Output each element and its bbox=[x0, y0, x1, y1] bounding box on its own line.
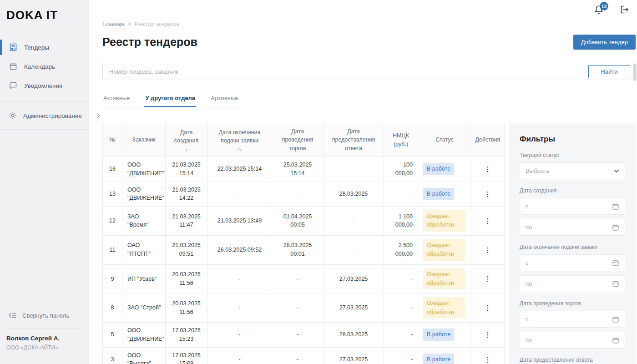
divider bbox=[0, 129, 89, 130]
column-header-label: Заказчик bbox=[126, 136, 162, 144]
chat-icon bbox=[9, 81, 18, 90]
row-actions-button[interactable]: ⋮ bbox=[482, 354, 494, 364]
sidebar-nav: Тендеры Календарь Уведомления bbox=[0, 32, 89, 95]
row-actions-button[interactable]: ⋮ bbox=[482, 329, 494, 340]
row-actions-button[interactable]: ⋮ bbox=[482, 164, 494, 174]
cell-auction: - bbox=[272, 182, 324, 207]
filter-date-input-from[interactable]: с bbox=[520, 254, 625, 271]
row-actions-button[interactable]: ⋮ bbox=[482, 245, 494, 255]
column-header-label: Дата проведения торгов bbox=[276, 127, 319, 152]
tab-0[interactable]: Активные bbox=[102, 92, 131, 107]
cell-auction: - bbox=[272, 323, 324, 348]
cell-status: Ожидает обработки bbox=[418, 207, 471, 236]
sidebar-item-tenders[interactable]: Тендеры bbox=[0, 38, 89, 57]
sidebar-item-calendar[interactable]: Календарь bbox=[0, 57, 89, 76]
filter-date-input-to[interactable]: по bbox=[520, 332, 625, 349]
column-header: Действия bbox=[471, 123, 505, 157]
column-header: Дата проведения торгов bbox=[272, 123, 324, 157]
user-name: Волков Сергей А. bbox=[6, 335, 89, 342]
cell-num: 12 bbox=[103, 207, 122, 236]
search-button[interactable]: Найти bbox=[588, 65, 630, 78]
filter-date-input-to[interactable]: по bbox=[520, 219, 625, 236]
cell-auction: 28.03.2025 00:01 bbox=[272, 235, 324, 264]
cell-customer: ООО "ДВИЖЕНИЕ" bbox=[122, 157, 166, 182]
column-header-label: Дата окончания подачи заявки bbox=[211, 128, 268, 145]
cell-response: - bbox=[324, 157, 384, 182]
breadcrumb-home[interactable]: Главная bbox=[102, 21, 124, 27]
filter-date-input-from[interactable]: с bbox=[520, 198, 625, 215]
cell-auction: - bbox=[272, 347, 324, 364]
table-body: 16ООО "ДВИЖЕНИЕ"21.03.2025 15:1422.03.20… bbox=[103, 157, 505, 364]
breadcrumb-separator: > bbox=[128, 21, 131, 27]
cell-customer: ООО "ДВИЖЕНИЕ" bbox=[122, 323, 166, 348]
page-title: Реестр тендеров bbox=[102, 35, 197, 49]
filter-date-input-from[interactable]: с bbox=[520, 311, 625, 328]
tab-2[interactable]: Архивные bbox=[210, 92, 239, 107]
cell-deadline: - bbox=[207, 293, 272, 323]
filter-label: Дата проведения торгов bbox=[520, 300, 625, 307]
cell-status: Ожидает обработки bbox=[418, 235, 471, 264]
title-row: Реестр тендеров Добавить тендер bbox=[102, 35, 636, 50]
tenders-table: №ЗаказчикДата создания↓Дата окончания по… bbox=[102, 123, 505, 364]
filters-groups: Текущий статусВыбратьДата созданияспоДат… bbox=[520, 152, 625, 364]
app-root: DOKA IT Тендеры bbox=[0, 0, 637, 364]
calendar-small-icon[interactable] bbox=[612, 203, 619, 210]
scrollbar-thumb[interactable] bbox=[633, 64, 637, 81]
filter-label: Дата создания bbox=[520, 187, 625, 194]
notifications-button[interactable]: 13 bbox=[594, 5, 604, 15]
calendar-small-icon[interactable] bbox=[612, 224, 619, 231]
column-header-label: НМЦК (руб.) bbox=[388, 131, 414, 148]
gear-icon bbox=[9, 111, 17, 120]
row-actions-button[interactable]: ⋮ bbox=[482, 216, 494, 226]
table-row: 13ООО "ДВИЖЕНИЕ"21.03.2025 14:22--28.03.… bbox=[103, 182, 505, 207]
tab-1[interactable]: У другого отдела bbox=[144, 92, 196, 107]
status-badge: В работе bbox=[423, 354, 454, 364]
sort-icon[interactable]: ↑↓ bbox=[211, 146, 268, 152]
table-header: №ЗаказчикДата создания↓Дата окончания по… bbox=[103, 123, 505, 157]
filter-date-input-to[interactable]: по bbox=[520, 275, 625, 292]
column-header[interactable]: Дата окончания подачи заявки↑↓ bbox=[207, 123, 272, 157]
filter-status-select[interactable]: Выбрать bbox=[520, 162, 625, 179]
row-actions-button[interactable]: ⋮ bbox=[482, 273, 494, 284]
table-row: 11ОАО "ПТСПТ"21.03.2025 09:5126.03.2025 … bbox=[103, 235, 505, 264]
table-row: 8ЗАО "Строй"20.03.2025 11:56--27.03.2025… bbox=[103, 293, 505, 323]
calendar-small-icon[interactable] bbox=[612, 316, 619, 323]
main-content: 13 Главная > Реестр тендеров Реестр тенд… bbox=[89, 0, 637, 364]
cell-response: - bbox=[324, 207, 384, 236]
calendar-small-icon[interactable] bbox=[612, 259, 619, 267]
row-actions-button[interactable]: ⋮ bbox=[482, 303, 494, 313]
sort-icon[interactable]: ↓ bbox=[169, 146, 203, 152]
calendar-small-icon[interactable] bbox=[612, 337, 619, 344]
add-tender-button[interactable]: Добавить тендер bbox=[573, 35, 636, 50]
cell-created: 17.03.2025 15:23 bbox=[166, 323, 207, 348]
sidebar-item-notifications[interactable]: Уведомления bbox=[0, 76, 89, 95]
column-header-label: Дата предоставления ответа bbox=[327, 127, 380, 152]
collapse-panel-button[interactable]: Свернуть панель bbox=[0, 306, 89, 324]
user-block: Волков Сергей А. ООО «ДОКА-АЙТИ» bbox=[0, 329, 89, 364]
cell-actions: ⋮ bbox=[471, 323, 505, 348]
cell-created: 21.03.2025 14:22 bbox=[166, 182, 207, 207]
cell-num: 5 bbox=[103, 323, 122, 348]
cell-deadline: - bbox=[207, 264, 272, 293]
cell-nmck: - bbox=[384, 347, 418, 364]
select-placeholder: Выбрать bbox=[526, 167, 614, 174]
column-header: Заказчик bbox=[122, 123, 166, 157]
cell-customer: ЗАО "Время" bbox=[122, 207, 166, 236]
cell-actions: ⋮ bbox=[471, 347, 505, 364]
cell-auction: - bbox=[272, 264, 324, 293]
status-badge: Ожидает обработки bbox=[423, 239, 465, 261]
user-company: ООО «ДОКА-АЙТИ» bbox=[6, 344, 89, 351]
calendar-small-icon[interactable] bbox=[612, 280, 619, 288]
row-actions-button[interactable]: ⋮ bbox=[482, 189, 494, 199]
logout-icon bbox=[619, 5, 629, 15]
cell-created: 20.03.2025 11:56 bbox=[166, 293, 207, 323]
chevron-down-icon bbox=[614, 169, 619, 173]
table-row: 5ООО "ДВИЖЕНИЕ"17.03.2025 15:23--28.03.2… bbox=[103, 323, 505, 348]
search-input[interactable] bbox=[103, 68, 635, 75]
column-header[interactable]: Дата создания↓ bbox=[166, 123, 207, 157]
table-header-row: №ЗаказчикДата создания↓Дата окончания по… bbox=[103, 123, 505, 157]
logout-button[interactable] bbox=[619, 5, 629, 15]
breadcrumb-current: Реестр тендеров bbox=[135, 21, 179, 27]
cell-nmck: - bbox=[384, 293, 418, 323]
sidebar-item-administration[interactable]: Администрирование bbox=[0, 105, 89, 126]
